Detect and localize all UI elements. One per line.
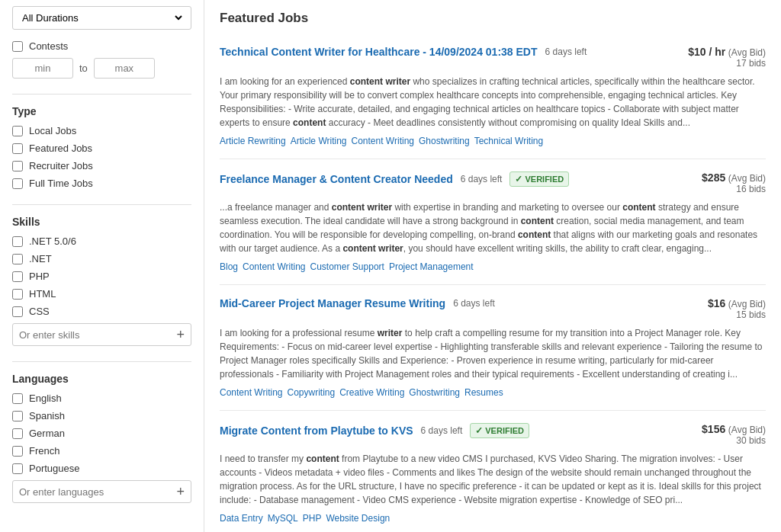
tag-technical-writing[interactable]: Technical Writing (474, 136, 543, 146)
divider-1 (12, 94, 191, 95)
main-content: Featured Jobs Technical Content Writer f… (204, 0, 781, 532)
job-top-4: Migrate Content from Playtube to KVS 6 d… (220, 423, 766, 446)
html-row: HTML (12, 288, 191, 300)
contests-checkbox[interactable] (12, 41, 23, 52)
job-price-block-2: $285 (Avg Bid) 16 bids (674, 171, 766, 194)
german-checkbox[interactable] (12, 428, 23, 439)
tag-creative-writing[interactable]: Creative Writing (339, 387, 404, 398)
max-input[interactable] (94, 58, 155, 79)
tag-resumes[interactable]: Resumes (464, 387, 503, 398)
local-jobs-checkbox[interactable] (12, 126, 23, 136)
tag-project-management[interactable]: Project Management (389, 261, 474, 272)
job-bids-3: 15 bids (674, 309, 766, 320)
french-row: French (12, 445, 191, 457)
net-row: .NET (12, 253, 191, 264)
featured-jobs-heading: Featured Jobs (220, 0, 766, 34)
skills-section: Skills .NET 5.0/6 .NET PHP HTML CSS (12, 216, 191, 346)
job-top-1: Technical Content Writer for Healthcare … (220, 46, 766, 69)
tag-php[interactable]: PHP (303, 513, 322, 524)
full-time-jobs-checkbox[interactable] (12, 178, 23, 189)
recruiter-jobs-checkbox[interactable] (12, 161, 23, 171)
job-bids-2: 16 bids (674, 184, 766, 194)
portuguese-checkbox[interactable] (12, 463, 23, 474)
skills-input[interactable] (19, 329, 176, 341)
job-card-1: Technical Content Writer for Healthcare … (220, 34, 766, 159)
tag-content-writing-3[interactable]: Content Writing (220, 387, 282, 398)
job-tags-1: Article Rewriting Article Writing Conten… (220, 136, 766, 146)
tag-website-design[interactable]: Website Design (326, 513, 390, 524)
local-jobs-row: Local Jobs (12, 125, 191, 136)
net-checkbox[interactable] (12, 254, 23, 264)
skills-input-row: + (12, 323, 191, 346)
tag-blog[interactable]: Blog (220, 261, 238, 272)
verified-badge-4: ✓ VERIFIED (470, 423, 529, 438)
php-checkbox[interactable] (12, 271, 23, 282)
contests-row: Contests (12, 40, 191, 52)
job-top-3: Mid-Career Project Manager Resume Writin… (220, 297, 766, 320)
tag-ghostwriting-1[interactable]: Ghostwriting (419, 136, 470, 146)
net50-checkbox[interactable] (12, 236, 23, 247)
html-label: HTML (29, 288, 56, 300)
job-price-block-3: $16 (Avg Bid) 15 bids (674, 297, 766, 320)
english-label: English (29, 393, 62, 404)
job-price-label-4: (Avg Bid) (728, 425, 766, 435)
job-price-1: $10 / hr (688, 46, 725, 58)
job-days-left-2: 6 days left (461, 174, 503, 184)
job-tags-4: Data Entry MySQL PHP Website Design (220, 513, 766, 524)
tag-content-writing-2[interactable]: Content Writing (243, 261, 305, 272)
tag-data-entry[interactable]: Data Entry (220, 513, 263, 524)
job-days-left-3: 6 days left (453, 298, 495, 309)
duration-select[interactable]: All Durations (19, 11, 185, 24)
full-time-jobs-row: Full Time Jobs (12, 178, 191, 189)
html-checkbox[interactable] (12, 289, 23, 300)
languages-input[interactable] (19, 486, 176, 498)
skills-section-title: Skills (12, 216, 191, 228)
job-tags-2: Blog Content Writing Customer Support Pr… (220, 261, 766, 272)
french-checkbox[interactable] (12, 446, 23, 457)
divider-3 (12, 361, 191, 362)
job-desc-1: I am looking for an experienced content … (220, 75, 766, 130)
job-days-left-4: 6 days left (421, 425, 463, 436)
german-row: German (12, 428, 191, 439)
english-checkbox[interactable] (12, 393, 23, 404)
job-title-2[interactable]: Freelance Manager & Content Creator Need… (220, 173, 453, 185)
php-row: PHP (12, 271, 191, 282)
job-card-2: Freelance Manager & Content Creator Need… (220, 159, 766, 285)
job-desc-4: I need to transfer my content from Playt… (220, 452, 766, 507)
featured-jobs-label: Featured Jobs (29, 143, 92, 154)
tag-customer-support[interactable]: Customer Support (310, 261, 384, 272)
job-title-3[interactable]: Mid-Career Project Manager Resume Writin… (220, 297, 445, 309)
tag-content-writing-1[interactable]: Content Writing (352, 136, 414, 146)
job-price-2: $285 (702, 171, 725, 184)
tag-article-writing[interactable]: Article Writing (291, 136, 347, 146)
tag-article-rewriting[interactable]: Article Rewriting (220, 136, 286, 146)
french-label: French (29, 445, 59, 457)
css-checkbox[interactable] (12, 306, 23, 317)
portuguese-row: Portuguese (12, 463, 191, 474)
recruiter-jobs-label: Recruiter Jobs (29, 160, 93, 171)
type-section-title: Type (12, 105, 191, 117)
featured-jobs-checkbox[interactable] (12, 143, 23, 154)
featured-jobs-row: Featured Jobs (12, 143, 191, 154)
job-title-row-2: Freelance Manager & Content Creator Need… (220, 171, 569, 187)
duration-select-wrapper[interactable]: All Durations (12, 6, 191, 30)
job-price-block-4: $156 (Avg Bid) 30 bids (674, 423, 766, 446)
languages-section: Languages English Spanish German French … (12, 373, 191, 503)
job-price-label-3: (Avg Bid) (728, 299, 766, 309)
css-row: CSS (12, 306, 191, 317)
tag-copywriting[interactable]: Copywriting (287, 387, 335, 398)
job-title-1[interactable]: Technical Content Writer for Healthcare … (220, 46, 538, 58)
tag-mysql[interactable]: MySQL (268, 513, 298, 524)
english-row: English (12, 393, 191, 404)
add-language-button[interactable]: + (176, 485, 185, 498)
min-input[interactable] (12, 58, 73, 79)
add-skill-button[interactable]: + (176, 328, 185, 341)
tag-ghostwriting-3[interactable]: Ghostwriting (409, 387, 460, 398)
spanish-checkbox[interactable] (12, 411, 23, 421)
job-title-row-4: Migrate Content from Playtube to KVS 6 d… (220, 423, 529, 438)
spanish-label: Spanish (29, 410, 65, 421)
job-title-4[interactable]: Migrate Content from Playtube to KVS (220, 425, 413, 437)
sidebar: All Durations Contests to Type Local Job… (0, 0, 204, 532)
verified-badge-2: ✓ VERIFIED (509, 171, 569, 187)
verified-icon-4: ✓ (475, 425, 483, 436)
